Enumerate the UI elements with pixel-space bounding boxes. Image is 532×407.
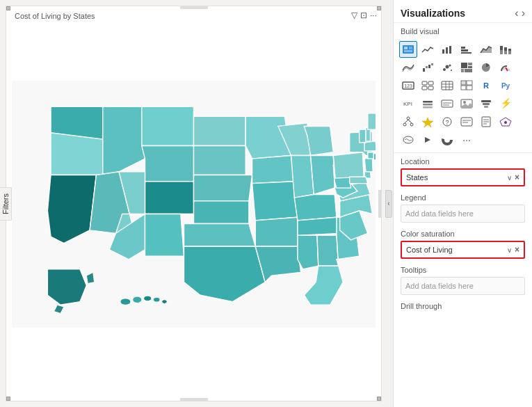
kpi-icon[interactable]: KPI bbox=[399, 95, 417, 112]
build-visual-label: Build visual bbox=[394, 23, 532, 38]
waterfall-icon[interactable] bbox=[419, 59, 437, 76]
stacked-bar-icon[interactable] bbox=[497, 41, 515, 58]
location-controls: ∨ × bbox=[507, 173, 519, 182]
viz-nav-next[interactable]: › bbox=[522, 7, 525, 19]
decomp-tree-icon[interactable] bbox=[399, 113, 417, 130]
gauge-icon[interactable] bbox=[497, 59, 515, 76]
svg-rect-26 bbox=[431, 63, 433, 65]
filter-icon[interactable]: ▽ bbox=[351, 10, 357, 20]
paginated-report-icon[interactable] bbox=[477, 113, 495, 130]
svg-rect-55 bbox=[423, 101, 433, 103]
location-chevron[interactable]: ∨ bbox=[507, 174, 512, 182]
usa-map-svg bbox=[12, 23, 376, 385]
more-options-icon[interactable]: ··· bbox=[370, 10, 377, 20]
svg-text:R: R bbox=[483, 81, 489, 90]
treemap-icon[interactable] bbox=[458, 59, 476, 76]
scatter-chart-icon[interactable] bbox=[438, 59, 456, 76]
area-chart-icon[interactable] bbox=[477, 41, 495, 58]
color-saturation-field-box[interactable]: Cost of Living ∨ × bbox=[401, 241, 525, 259]
svg-rect-18 bbox=[500, 46, 503, 50]
tooltips-field-group: Tooltips Add data fields here bbox=[401, 266, 525, 295]
map-toolbar: ▽ ⊡ ··· bbox=[351, 10, 377, 20]
tooltips-placeholder: Add data fields here bbox=[405, 282, 474, 290]
filters-tab[interactable]: Filters bbox=[0, 187, 12, 221]
matrix-icon[interactable] bbox=[458, 77, 476, 94]
icon-row-4: KPI ⚡ bbox=[399, 95, 526, 112]
chart-type-grid: 123 R Py KPI bbox=[394, 38, 532, 153]
drill-through-field-group: Drill through bbox=[401, 302, 525, 310]
svg-rect-12 bbox=[449, 46, 451, 54]
svg-point-5 bbox=[162, 300, 167, 304]
svg-rect-41 bbox=[422, 86, 427, 90]
map-title: Cost of Living by States bbox=[12, 12, 376, 20]
svg-rect-51 bbox=[467, 86, 472, 90]
svg-rect-25 bbox=[428, 65, 430, 68]
color-saturation-remove-btn[interactable]: × bbox=[515, 245, 519, 255]
svg-point-4 bbox=[154, 298, 160, 303]
more-visuals-icon[interactable]: ··· bbox=[458, 131, 476, 148]
smart-narrative-icon[interactable] bbox=[458, 113, 476, 130]
collapse-handle[interactable]: ‹ bbox=[385, 190, 392, 218]
tooltips-label: Tooltips bbox=[401, 266, 525, 274]
svg-point-29 bbox=[449, 65, 451, 67]
play-axis-icon[interactable] bbox=[419, 131, 437, 148]
table-icon[interactable] bbox=[438, 77, 456, 94]
location-field-group: Location States ∨ × bbox=[401, 157, 525, 186]
qa-visual-icon[interactable]: ? bbox=[438, 113, 456, 130]
python-visual-icon[interactable]: Py bbox=[497, 77, 515, 94]
svg-point-27 bbox=[443, 68, 446, 71]
tooltips-field-box[interactable]: Add data fields here bbox=[401, 277, 525, 295]
map-container: Cost of Living by States ▽ ⊡ ··· bbox=[6, 6, 381, 401]
donut-chart-icon[interactable] bbox=[438, 131, 456, 148]
svg-text:KPI: KPI bbox=[403, 101, 412, 107]
svg-text:⚡: ⚡ bbox=[500, 98, 513, 109]
svg-rect-49 bbox=[467, 81, 472, 85]
legend-label: Legend bbox=[401, 193, 525, 202]
icon-row-2 bbox=[399, 59, 526, 76]
drill-through-label: Drill through bbox=[401, 302, 525, 310]
map-chart-icon[interactable] bbox=[399, 41, 417, 58]
viz-panel-header: Visualizations ‹ › bbox=[394, 0, 532, 23]
r-visual-icon[interactable]: R bbox=[477, 77, 495, 94]
viz-nav-controls: ‹ › bbox=[515, 7, 525, 19]
column-chart-icon[interactable] bbox=[458, 41, 476, 58]
color-saturation-field-group: Color saturation Cost of Living ∨ × bbox=[401, 230, 525, 259]
key-influencers-icon[interactable] bbox=[419, 113, 437, 130]
ribbon-chart-icon[interactable] bbox=[399, 59, 417, 76]
card-icon[interactable]: 123 bbox=[399, 77, 417, 94]
legend-field-box[interactable]: Add data fields here bbox=[401, 205, 525, 223]
pie-chart-icon[interactable] bbox=[477, 59, 495, 76]
funnel-chart-icon[interactable] bbox=[477, 95, 495, 112]
location-remove-btn[interactable]: × bbox=[515, 173, 519, 182]
icon-row-1 bbox=[399, 41, 526, 58]
image-icon[interactable] bbox=[458, 95, 476, 112]
svg-point-83 bbox=[504, 121, 507, 124]
viz-nav-prev[interactable]: ‹ bbox=[515, 7, 518, 19]
svg-line-71 bbox=[408, 120, 412, 123]
svg-rect-58 bbox=[442, 100, 453, 107]
expand-icon[interactable]: ⊡ bbox=[360, 10, 367, 20]
svg-rect-39 bbox=[422, 81, 427, 85]
svg-rect-6 bbox=[403, 45, 414, 54]
svg-rect-48 bbox=[461, 81, 466, 85]
svg-point-67 bbox=[407, 117, 410, 120]
icon-row-6: ··· bbox=[399, 131, 526, 148]
svg-rect-14 bbox=[461, 49, 468, 51]
line-chart-icon[interactable] bbox=[419, 41, 437, 58]
svg-text:123: 123 bbox=[404, 83, 412, 88]
svg-rect-34 bbox=[461, 69, 464, 72]
power-apps-icon[interactable] bbox=[497, 113, 515, 130]
color-saturation-chevron[interactable]: ∨ bbox=[507, 246, 512, 254]
multi-row-card-icon[interactable] bbox=[419, 77, 437, 94]
ai-visuals-icon[interactable]: ⚡ bbox=[497, 95, 515, 112]
svg-rect-35 bbox=[465, 69, 472, 72]
visualizations-panel: Visualizations ‹ › Build visual bbox=[393, 0, 532, 407]
text-box-icon[interactable] bbox=[438, 95, 456, 112]
svg-rect-43 bbox=[442, 81, 453, 90]
location-value: States bbox=[406, 173, 428, 182]
bar-chart-icon[interactable] bbox=[438, 41, 456, 58]
slicer-icon[interactable] bbox=[419, 95, 437, 112]
svg-point-2 bbox=[133, 296, 142, 303]
shape-map-icon[interactable] bbox=[399, 131, 417, 148]
location-field-box[interactable]: States ∨ × bbox=[401, 168, 525, 186]
